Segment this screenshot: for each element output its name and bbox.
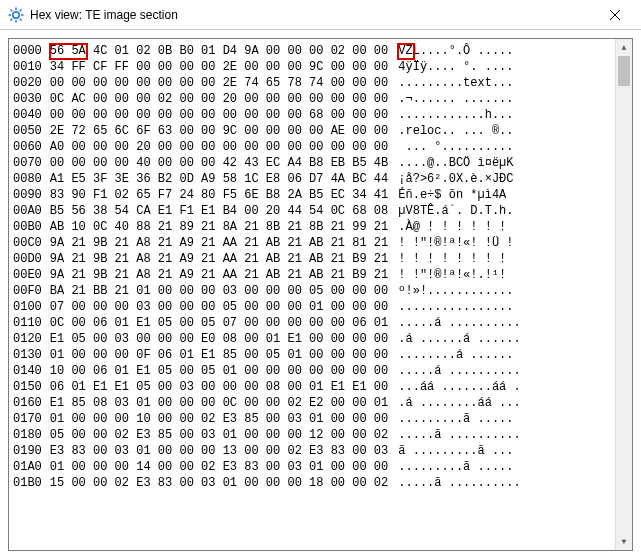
offset-cell: 0100 xyxy=(13,299,42,315)
hex-column: 56 5A 4C 01 02 0B B0 01 D4 9A 00 00 00 0… xyxy=(44,39,394,550)
svg-line-7 xyxy=(11,18,13,20)
hex-cell: 01 00 00 00 14 00 00 02 E3 83 00 03 01 0… xyxy=(50,459,388,475)
offset-cell: 0050 xyxy=(13,123,42,139)
ascii-cell: .¬...... ....... xyxy=(398,91,628,107)
hex-cell: AB 10 0C 40 88 21 89 21 8A 21 8B 21 8B 2… xyxy=(50,219,388,235)
hex-cell: 15 00 00 02 E3 83 00 03 01 00 00 00 18 0… xyxy=(50,475,388,491)
ascii-cell: ... °.......... xyxy=(398,139,628,155)
hex-cell: 9A 21 9B 21 A8 21 A9 21 AA 21 AB 21 AB 2… xyxy=(50,235,388,251)
hex-cell: 01 00 00 00 10 00 00 02 E3 85 00 03 01 0… xyxy=(50,411,388,427)
ascii-cell: .reloc.. ... ®.. xyxy=(398,123,628,139)
offset-cell: 01B0 xyxy=(13,475,42,491)
ascii-cell: º!»!............ xyxy=(398,283,628,299)
ascii-cell: µV8TÊ.á´. D.T.h. xyxy=(398,203,628,219)
gear-icon xyxy=(8,7,24,23)
offset-cell: 0000 xyxy=(13,43,42,59)
offset-cell: 01A0 xyxy=(13,459,42,475)
offset-cell: 0140 xyxy=(13,363,42,379)
hex-cell: 34 FF CF FF 00 00 00 00 2E 00 00 00 9C 0… xyxy=(50,59,388,75)
offset-cell: 00E0 xyxy=(13,267,42,283)
offset-cell: 0080 xyxy=(13,171,42,187)
ascii-cell: Éñ.e÷$ õn *µì4A xyxy=(398,187,628,203)
offset-column: 0000001000200030004000500060007000800090… xyxy=(9,39,44,550)
ascii-cell: ¡å?>6².0X.è.×JÐC xyxy=(398,171,628,187)
offset-cell: 0040 xyxy=(13,107,42,123)
hex-panel: 0000001000200030004000500060007000800090… xyxy=(8,38,633,551)
hex-cell: 56 5A 4C 01 02 0B B0 01 D4 9A 00 00 00 0… xyxy=(50,43,388,59)
offset-cell: 0170 xyxy=(13,411,42,427)
ascii-column: VZL....°.Ô .....4ÿÏÿ.... °. ............… xyxy=(394,39,632,550)
offset-cell: 0090 xyxy=(13,187,42,203)
ascii-cell: .........ã ..... xyxy=(398,459,628,475)
hex-cell: 9A 21 9B 21 A8 21 A9 21 AA 21 AB 21 AB 2… xyxy=(50,267,388,283)
offset-cell: 00C0 xyxy=(13,235,42,251)
offset-cell: 0130 xyxy=(13,347,42,363)
ascii-cell: .á ......á ...... xyxy=(398,331,628,347)
offset-cell: 0070 xyxy=(13,155,42,171)
svg-line-6 xyxy=(20,18,22,20)
ascii-cell: ............h... xyxy=(398,107,628,123)
ascii-cell: ................ xyxy=(398,299,628,315)
ascii-cell: ã .........ã ... xyxy=(398,443,628,459)
window-title: Hex view: TE image section xyxy=(30,8,592,22)
offset-cell: 0060 xyxy=(13,139,42,155)
hex-cell: 0C AC 00 00 00 02 00 00 20 00 00 00 00 0… xyxy=(50,91,388,107)
ascii-cell: ! !″!®!ª!«!.!¹! xyxy=(398,267,628,283)
vertical-scrollbar[interactable]: ▲ ▼ xyxy=(615,39,632,550)
scroll-down-arrow[interactable]: ▼ xyxy=(616,533,632,550)
ascii-cell: .........ã ..... xyxy=(398,411,628,427)
content-area: 0000001000200030004000500060007000800090… xyxy=(0,30,641,559)
hex-cell: 10 00 06 01 E1 05 00 05 01 00 00 00 00 0… xyxy=(50,363,388,379)
ascii-cell: .á ........áá ... xyxy=(398,395,628,411)
offset-cell: 0030 xyxy=(13,91,42,107)
hex-cell: BA 21 BB 21 01 00 00 00 03 00 00 00 05 0… xyxy=(50,283,388,299)
scroll-up-arrow[interactable]: ▲ xyxy=(616,39,632,56)
svg-line-8 xyxy=(20,9,22,11)
hex-cell: 00 00 00 00 00 00 00 00 00 00 00 00 68 0… xyxy=(50,107,388,123)
hex-cell: A1 E5 3F 3E 36 B2 0D A9 58 1C E8 06 D7 4… xyxy=(50,171,388,187)
hex-cell: 05 00 00 02 E3 85 00 03 01 00 00 00 12 0… xyxy=(50,427,388,443)
hex-cell: 9A 21 9B 21 A8 21 A9 21 AA 21 AB 21 AB 2… xyxy=(50,251,388,267)
ascii-cell: ........á ...... xyxy=(398,347,628,363)
hex-cell: 83 90 F1 02 65 F7 24 80 F5 6E B8 2A B5 E… xyxy=(50,187,388,203)
ascii-cell: VZL....°.Ô ..... xyxy=(398,43,628,59)
offset-cell: 0020 xyxy=(13,75,42,91)
hex-cell: A0 00 00 00 20 00 00 00 00 00 00 00 00 0… xyxy=(50,139,388,155)
offset-cell: 0010 xyxy=(13,59,42,75)
hex-cell: B5 56 38 54 CA E1 F1 E1 B4 00 20 44 54 0… xyxy=(50,203,388,219)
offset-cell: 00F0 xyxy=(13,283,42,299)
scroll-track[interactable] xyxy=(616,56,632,533)
svg-line-5 xyxy=(11,9,13,11)
offset-cell: 0180 xyxy=(13,427,42,443)
hex-cell: E3 83 00 03 01 00 00 00 13 00 00 02 E3 8… xyxy=(50,443,388,459)
ascii-cell: .....á .......... xyxy=(398,315,628,331)
svg-point-0 xyxy=(13,11,19,17)
hex-cell: 06 01 E1 E1 05 00 03 00 00 00 08 00 01 E… xyxy=(50,379,388,395)
ascii-cell: ....@..BCÖ ì¤ëµK xyxy=(398,155,628,171)
offset-cell: 00D0 xyxy=(13,251,42,267)
ascii-cell: .....ã .......... xyxy=(398,475,628,491)
offset-cell: 0120 xyxy=(13,331,42,347)
hex-cell: 00 00 00 00 00 00 00 00 2E 74 65 78 74 0… xyxy=(50,75,388,91)
ascii-cell: .........text... xyxy=(398,75,628,91)
hex-cell: 07 00 00 00 03 00 00 00 05 00 00 00 01 0… xyxy=(50,299,388,315)
offset-cell: 0110 xyxy=(13,315,42,331)
offset-cell: 0190 xyxy=(13,443,42,459)
ascii-cell: 4ÿÏÿ.... °. .... xyxy=(398,59,628,75)
hex-cell: E1 85 08 03 01 00 00 00 0C 00 00 02 E2 0… xyxy=(50,395,388,411)
hex-cell: 00 00 00 00 40 00 00 00 42 43 EC A4 B8 E… xyxy=(50,155,388,171)
ascii-cell: .....á .......... xyxy=(398,363,628,379)
offset-cell: 00A0 xyxy=(13,203,42,219)
close-button[interactable] xyxy=(592,0,637,30)
offset-cell: 0160 xyxy=(13,395,42,411)
hex-cell: 01 00 00 00 0F 06 01 E1 85 00 05 01 00 0… xyxy=(50,347,388,363)
offset-cell: 00B0 xyxy=(13,219,42,235)
ascii-cell: ! ! ! ! ! ! ! ! xyxy=(398,251,628,267)
titlebar: Hex view: TE image section xyxy=(0,0,641,30)
offset-cell: 0150 xyxy=(13,379,42,395)
scroll-thumb[interactable] xyxy=(618,56,630,86)
hex-cell: 0C 00 06 01 E1 05 00 05 07 00 00 00 00 0… xyxy=(50,315,388,331)
ascii-cell: .À@ ! ! ! ! ! ! xyxy=(398,219,628,235)
ascii-cell: ! !″!®!ª!«! !Ü ! xyxy=(398,235,628,251)
hex-cell: E1 05 00 03 00 00 00 E0 08 00 01 E1 00 0… xyxy=(50,331,388,347)
